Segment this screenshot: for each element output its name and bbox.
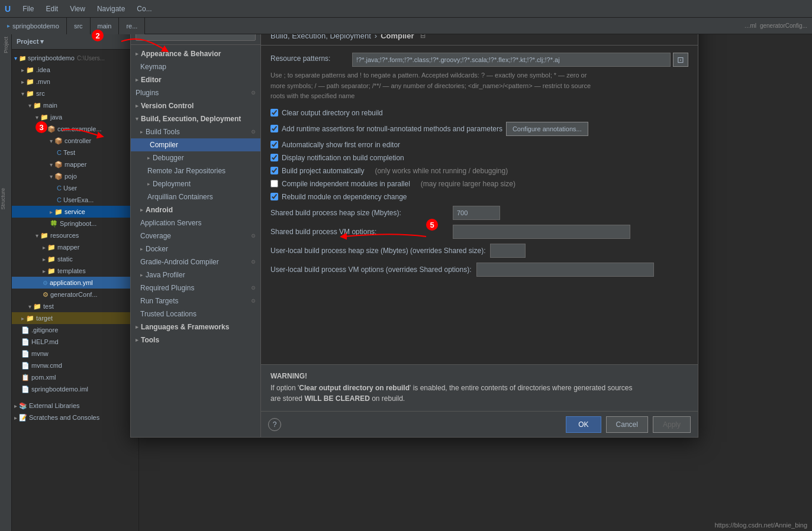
checkbox-compile-parallel[interactable] [270, 180, 278, 187]
tab-src[interactable]: src [67, 18, 91, 34]
tree-resources[interactable]: ▾ 📁 resources [12, 229, 138, 241]
apply-button[interactable]: Apply [653, 416, 691, 433]
tree-mapper-res[interactable]: ▸ 📁 mapper [12, 241, 138, 253]
nav-plugins[interactable]: Plugins ⚙ [131, 86, 260, 99]
nav-java-profiler-arrow: ▸ [140, 272, 143, 278]
nav-required-plugins[interactable]: Required Plugins ⚙ [131, 281, 260, 294]
nav-keymap[interactable]: Keymap [131, 60, 260, 73]
nav-languages[interactable]: ▸ Languages & Frameworks [131, 320, 260, 334]
nav-editor[interactable]: ▸ Editor [131, 73, 260, 86]
tree-idea[interactable]: ▸ 📁 .idea [12, 64, 138, 76]
tab-re[interactable]: re... [119, 18, 145, 34]
menu-view[interactable]: View [67, 4, 88, 14]
tree-helpmd[interactable]: 📄 HELP.md [12, 336, 138, 348]
resource-patterns-input[interactable] [352, 53, 671, 67]
dialog-footer: ? OK Cancel Apply [261, 411, 698, 437]
ok-button[interactable]: OK [566, 416, 601, 433]
tree-userexample[interactable]: C UserExa... [12, 194, 138, 206]
nav-build-exec-arrow: ▾ [136, 116, 138, 122]
nav-vcs[interactable]: ▸ Version Control [131, 99, 260, 112]
checkbox-display-notification[interactable] [270, 154, 278, 161]
nav-gradle-android[interactable]: Gradle-Android Compiler ⚙ [131, 255, 260, 268]
tree-user-class[interactable]: C User [12, 182, 138, 194]
tree-pom-xml[interactable]: 📋 pom.xml [12, 371, 138, 383]
menu-code[interactable]: Co... [134, 4, 154, 14]
user-heap-input[interactable] [490, 244, 526, 258]
shared-vm-input[interactable] [453, 225, 630, 239]
project-sidebar-label[interactable]: Project [3, 37, 9, 53]
nav-android[interactable]: ▸ Android [131, 203, 260, 216]
tree-springbootapp[interactable]: 🍀 Springboot... [12, 218, 138, 229]
shared-heap-input[interactable]: 700 [453, 206, 500, 220]
tree-java[interactable]: ▾ 📁 java [12, 111, 138, 123]
menu-file[interactable]: File [20, 4, 36, 14]
nav-build-exec[interactable]: ▾ Build, Execution, Deployment [131, 112, 260, 125]
checkbox-clear-output-row: Clear output directory on rebuild [270, 109, 688, 117]
nav-coverage[interactable]: Coverage ⚙ [131, 229, 260, 242]
tree-scratches[interactable]: ▸ 📝 Scratches and Consoles [12, 412, 138, 423]
nav-docker-arrow: ▸ [140, 246, 143, 252]
configure-annotations-btn[interactable]: Configure annotations... [506, 122, 588, 136]
nav-java-profiler[interactable]: ▸ Java Profiler [131, 268, 260, 281]
checkbox-build-auto[interactable] [270, 167, 278, 174]
menu-edit[interactable]: Edit [43, 4, 60, 14]
nav-remote-jar[interactable]: Remote Jar Repositories [131, 164, 260, 177]
checkbox-compile-parallel-hint: (may require larger heap size) [421, 180, 515, 188]
footer-buttons: OK Cancel Apply [566, 416, 691, 433]
nav-run-targets[interactable]: Run Targets ⚙ [131, 294, 260, 307]
tree-templates[interactable]: ▸ 📁 templates [12, 265, 138, 277]
checkbox-display-notification-row: Display notification on build completion [270, 154, 688, 162]
menu-bar: U File Edit View Navigate Co... [0, 0, 812, 18]
tree-com[interactable]: ▾ 📦 com.example... [12, 123, 138, 135]
tree-iml[interactable]: 📄 springbootdemo.iml [12, 383, 138, 395]
tree-main[interactable]: ▾ 📁 main [12, 99, 138, 111]
coverage-badge: ⚙ [251, 233, 256, 239]
nav-appearance[interactable]: ▸ Appearance & Behavior [131, 47, 260, 60]
tree-external-libraries[interactable]: ▸ 📚 External Libraries [12, 400, 138, 412]
file-tab-2[interactable]: generatorConfig... [760, 22, 807, 29]
nav-app-servers[interactable]: Application Servers [131, 216, 260, 229]
nav-arquillian[interactable]: Arquillian Containers [131, 190, 260, 203]
resource-patterns-expand-btn[interactable]: ⊡ [673, 53, 688, 67]
warning-cleared-text: WILL BE CLEARED [304, 394, 369, 403]
tree-pojo[interactable]: ▾ 📦 pojo [12, 170, 138, 182]
tree-mvn[interactable]: ▸ 📁 .mvn [12, 76, 138, 88]
left-sidebar: Project Structure [0, 34, 12, 531]
tree-mapper-pkg[interactable]: ▾ 📦 mapper [12, 158, 138, 170]
tree-generator-conf[interactable]: ⚙ generatorConf... [12, 289, 138, 300]
tree-test-folder[interactable]: ▾ 📁 test [12, 300, 138, 312]
tree-springbootdemo[interactable]: ▾ 📁 springbootdemo C:\Users... [12, 52, 138, 64]
cancel-button[interactable]: Cancel [606, 416, 648, 433]
nav-tools[interactable]: ▸ Tools [131, 334, 260, 347]
user-vm-input[interactable] [476, 263, 654, 277]
checkbox-build-auto-hint: (only works while not running / debuggin… [375, 167, 508, 175]
tab-main[interactable]: main [91, 18, 120, 34]
nav-deployment[interactable]: ▸ Deployment [131, 177, 260, 190]
nav-build-tools[interactable]: ▸ Build Tools ⚙ [131, 125, 260, 138]
checkbox-clear-output[interactable] [270, 109, 278, 116]
structure-sidebar-label[interactable]: Structure [0, 188, 6, 210]
tree-service[interactable]: ▸ 📁 service [12, 206, 138, 218]
nav-trusted-locations[interactable]: Trusted Locations [131, 307, 260, 320]
nav-debugger[interactable]: ▸ Debugger [131, 151, 260, 164]
help-button[interactable]: ? [268, 418, 281, 431]
nav-compiler[interactable]: Compiler [131, 138, 260, 151]
project-panel-header[interactable]: Project ▾ [12, 34, 138, 50]
checkbox-show-first-error[interactable] [270, 141, 278, 148]
tree-test-class[interactable]: C Test [12, 147, 138, 158]
tree-controller[interactable]: ▾ 📦 controller [12, 135, 138, 147]
tree-static[interactable]: ▸ 📁 static [12, 253, 138, 265]
nav-docker[interactable]: ▸ Docker [131, 242, 260, 255]
tab-bar: ▸ springbootdemo src main re... …ml gene… [0, 18, 812, 34]
checkbox-runtime-assertions[interactable] [270, 125, 278, 132]
tree-gitignore[interactable]: 📄 .gitignore [12, 324, 138, 336]
menu-navigate[interactable]: Navigate [95, 4, 127, 14]
tree-src[interactable]: ▾ 📁 src [12, 88, 138, 99]
tree-mvnw-cmd[interactable]: 📄 mvnw.cmd [12, 360, 138, 371]
tree-target[interactable]: ▸ 📁 target [12, 312, 138, 324]
file-tab-1[interactable]: …ml [744, 22, 756, 29]
tab-springbootdemo[interactable]: ▸ springbootdemo [0, 18, 67, 34]
tree-application-yml[interactable]: ⚙ application.yml [12, 277, 138, 289]
checkbox-rebuild-dep[interactable] [270, 193, 278, 200]
tree-mvnw[interactable]: 📄 mvnw [12, 348, 138, 360]
